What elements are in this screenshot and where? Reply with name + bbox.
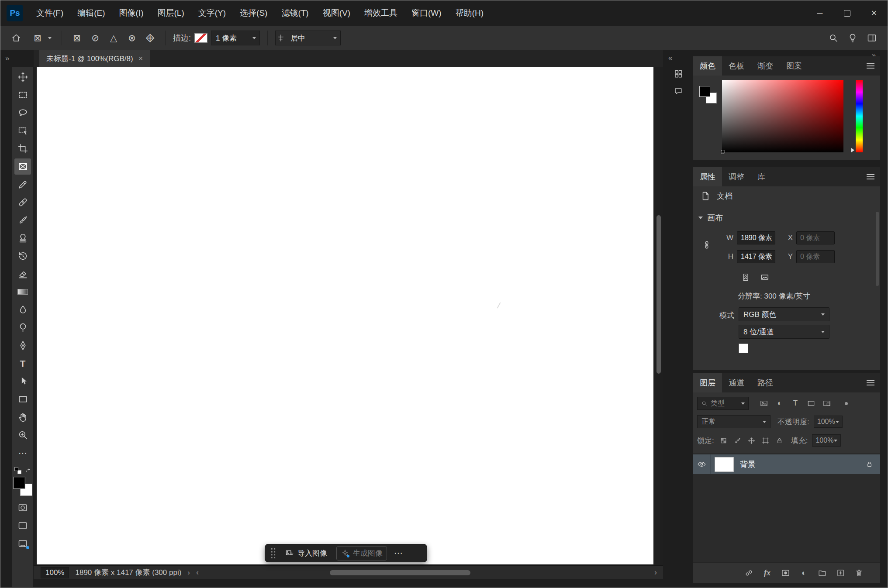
- menu-edit[interactable]: 编辑(E): [70, 0, 112, 26]
- link-dimensions-icon[interactable]: [702, 237, 712, 253]
- canvas[interactable]: [37, 67, 653, 564]
- tab-layers[interactable]: 图层: [693, 373, 722, 392]
- eyedropper-tool[interactable]: [14, 176, 31, 193]
- spot-healing-brush-tool[interactable]: [14, 194, 31, 210]
- menu-image[interactable]: 图像(I): [112, 0, 151, 26]
- collapsed-panel-grid-icon[interactable]: [671, 67, 685, 81]
- frame-rect-option-icon[interactable]: ⊠: [69, 31, 84, 45]
- panel-scrollbar-thumb[interactable]: [876, 212, 879, 286]
- foreground-color-swatch[interactable]: [699, 86, 710, 97]
- history-brush-tool[interactable]: [14, 248, 31, 264]
- tab-swatches[interactable]: 色板: [722, 56, 751, 76]
- tab-channels[interactable]: 通道: [722, 373, 751, 392]
- layer-row-background[interactable]: 背景: [693, 454, 880, 474]
- dodge-tool[interactable]: [14, 320, 31, 336]
- tab-properties[interactable]: 属性: [693, 167, 722, 186]
- zoom-level-field[interactable]: 100%: [41, 567, 69, 578]
- type-tool[interactable]: T: [14, 355, 31, 371]
- toolbar-expand-chevron-icon[interactable]: »: [1, 50, 34, 67]
- frame-circle-x-option-icon[interactable]: ⊗: [124, 31, 139, 45]
- frame-triangle-option-icon[interactable]: △: [106, 31, 121, 45]
- horizontal-scrollbar-thumb[interactable]: [330, 570, 470, 575]
- rectangular-marquee-tool[interactable]: [14, 87, 31, 103]
- opacity-field[interactable]: 100%: [814, 416, 843, 428]
- foreground-color-swatch[interactable]: [13, 477, 25, 489]
- search-icon[interactable]: [826, 30, 841, 46]
- blur-tool[interactable]: [14, 302, 31, 318]
- lock-position-icon[interactable]: [746, 435, 757, 446]
- quick-mask-button[interactable]: [15, 500, 31, 515]
- expand-panels-chevron-icon[interactable]: «: [663, 50, 672, 67]
- eraser-tool[interactable]: [14, 266, 31, 282]
- stroke-color-swatch[interactable]: [194, 33, 207, 43]
- canvas-color-swatch[interactable]: [739, 344, 748, 353]
- crop-tool[interactable]: [14, 141, 31, 157]
- generate-image-button[interactable]: 生成图像: [336, 546, 387, 560]
- filter-smart-object-icon[interactable]: [821, 398, 833, 409]
- panel-menu-icon[interactable]: [867, 174, 874, 179]
- align-combo[interactable]: 居中: [275, 31, 341, 45]
- layer-name[interactable]: 背景: [740, 459, 756, 470]
- new-layer-icon[interactable]: [835, 567, 846, 578]
- home-button[interactable]: [8, 30, 24, 46]
- tab-close-icon[interactable]: ×: [138, 54, 143, 63]
- tab-adjustments[interactable]: 调整: [722, 167, 751, 186]
- tab-patterns[interactable]: 图案: [780, 56, 809, 76]
- document-tab[interactable]: 未标题-1 @ 100%(RGB/8) ×: [39, 50, 150, 67]
- minimize-button[interactable]: ─: [806, 0, 833, 26]
- status-popup-chevron-icon[interactable]: ›: [187, 568, 190, 577]
- zoom-tool[interactable]: [14, 427, 31, 443]
- share-button[interactable]: [15, 536, 31, 551]
- menu-view[interactable]: 视图(V): [316, 0, 357, 26]
- lock-artboard-icon[interactable]: [760, 435, 771, 446]
- tab-color[interactable]: 颜色: [693, 56, 722, 76]
- menu-select[interactable]: 选择(S): [233, 0, 274, 26]
- brush-tool[interactable]: [14, 212, 31, 228]
- scroll-right-arrow-icon[interactable]: ›: [654, 568, 657, 577]
- link-layers-icon[interactable]: [743, 567, 754, 578]
- y-field[interactable]: 0 像素: [796, 250, 835, 263]
- color-picker-cursor[interactable]: [721, 150, 725, 154]
- menu-file[interactable]: 文件(F): [29, 0, 70, 26]
- layer-visibility-toggle[interactable]: [693, 454, 711, 474]
- pen-tool[interactable]: [14, 337, 31, 354]
- rectangle-tool[interactable]: [14, 391, 31, 407]
- tool-preset-picker[interactable]: ⊠: [28, 31, 54, 45]
- canvas-section-header[interactable]: 画布: [698, 213, 723, 223]
- default-colors-icon[interactable]: [14, 467, 21, 474]
- tab-gradients[interactable]: 渐变: [751, 56, 780, 76]
- width-field[interactable]: 1890 像素: [737, 231, 775, 244]
- gradient-tool[interactable]: [14, 284, 31, 300]
- fill-field[interactable]: 100%: [812, 434, 841, 447]
- lock-image-pixels-icon[interactable]: [733, 435, 743, 446]
- lasso-tool[interactable]: [14, 105, 31, 121]
- edit-toolbar-button[interactable]: ⋯: [14, 445, 31, 461]
- tab-libraries[interactable]: 库: [751, 167, 772, 186]
- close-button[interactable]: ×: [860, 0, 888, 26]
- swap-colors-icon[interactable]: [25, 468, 31, 474]
- layers-list[interactable]: 背景: [693, 453, 880, 562]
- menu-plugins[interactable]: 增效工具: [357, 0, 404, 26]
- clone-stamp-tool[interactable]: [14, 230, 31, 246]
- workspace-switcher-icon[interactable]: [864, 30, 880, 46]
- stroke-width-combo[interactable]: 1 像素: [211, 31, 260, 45]
- move-tool[interactable]: [14, 69, 31, 85]
- portrait-orientation-icon[interactable]: [739, 271, 753, 283]
- screen-mode-button[interactable]: [15, 518, 31, 533]
- x-field[interactable]: 0 像素: [796, 231, 835, 244]
- landscape-orientation-icon[interactable]: [758, 271, 772, 283]
- discover-lightbulb-icon[interactable]: [845, 30, 860, 46]
- scroll-left-arrow-icon[interactable]: ‹: [196, 568, 199, 577]
- height-field[interactable]: 1417 像素: [737, 250, 775, 263]
- filter-pixel-layers-icon[interactable]: [758, 398, 770, 409]
- maximize-button[interactable]: [833, 0, 860, 26]
- panel-menu-icon[interactable]: [867, 63, 874, 69]
- taskbar-more-icon[interactable]: ⋯: [392, 548, 404, 558]
- menu-window[interactable]: 窗口(W): [404, 0, 449, 26]
- layer-style-fx-icon[interactable]: fx: [762, 567, 773, 578]
- new-group-folder-icon[interactable]: [817, 567, 828, 578]
- object-selection-tool[interactable]: [14, 123, 31, 139]
- color-mode-select[interactable]: RGB 颜色: [739, 307, 829, 321]
- frame-tool[interactable]: [14, 158, 31, 175]
- menu-layer[interactable]: 图层(L): [151, 0, 191, 26]
